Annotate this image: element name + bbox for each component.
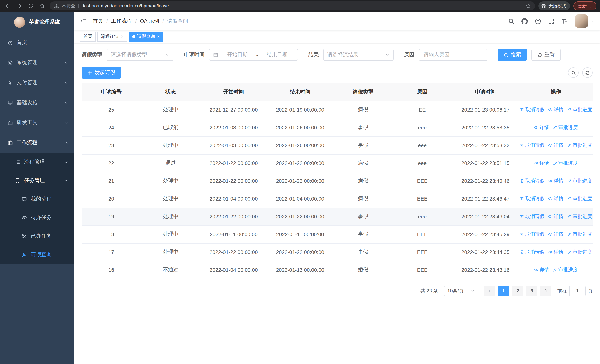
- sidebar-item-infrastructure[interactable]: 基础设施: [0, 93, 74, 113]
- logo-avatar-image: [14, 17, 25, 28]
- sidebar-item-workflow[interactable]: 工作流程: [0, 133, 74, 153]
- cell-reason: eee: [393, 154, 452, 172]
- close-tab-icon[interactable]: [157, 35, 160, 38]
- trash-icon: [520, 143, 524, 148]
- cell-operations: 详情审批进度: [519, 154, 593, 172]
- cell-start-time: 2022-01-22 00:00:00: [200, 208, 267, 225]
- detail-action-link[interactable]: 详情: [534, 160, 549, 167]
- progress-action-link[interactable]: 审批进度: [553, 267, 578, 273]
- cancel-action-link[interactable]: 取消请假: [520, 231, 544, 238]
- close-tab-icon[interactable]: [121, 35, 124, 38]
- detail-action-link[interactable]: 详情: [548, 142, 563, 149]
- reset-button[interactable]: 重置: [531, 49, 561, 61]
- cancel-action-link[interactable]: 取消请假: [520, 106, 544, 113]
- sidebar-item-done-tasks[interactable]: 已办任务: [0, 227, 74, 245]
- breadcrumb-item[interactable]: OA 示例: [140, 18, 159, 24]
- address-bar[interactable]: 不安全 dashboard.yudao.iocoder.cn/bpm/oa/le…: [50, 1, 535, 10]
- detail-action-link[interactable]: 详情: [548, 231, 563, 238]
- page-button-3[interactable]: 3: [526, 286, 537, 296]
- user-menu[interactable]: [575, 14, 594, 28]
- reload-icon: [28, 3, 34, 9]
- detail-action-link[interactable]: 详情: [548, 249, 563, 255]
- apply-time-range-picker[interactable]: 开始日期 - 结束日期: [209, 49, 298, 61]
- yen-icon: [7, 80, 13, 85]
- progress-action-link[interactable]: 审批进度: [567, 249, 592, 255]
- sidebar-item-label: 研发工具: [17, 119, 64, 126]
- sidebar-item-home[interactable]: 首页: [0, 33, 74, 53]
- reason-placeholder: 请输入原因: [424, 52, 450, 58]
- table-row-25: 25处理中2021-12-27 00:00:002022-01-19 00:00…: [82, 101, 593, 119]
- edit-icon: [567, 250, 572, 254]
- browser-update-button[interactable]: 更新: [573, 1, 596, 10]
- sidebar-item-system-management[interactable]: 系统管理: [0, 53, 74, 73]
- browser-reload-button[interactable]: [27, 2, 35, 10]
- progress-action-link[interactable]: 审批进度: [567, 213, 592, 220]
- goto-page-input[interactable]: [569, 286, 586, 296]
- sidebar-item-process-management[interactable]: 流程管理: [0, 153, 74, 171]
- cell-end-time: 2022-01-04 00:00:00: [267, 190, 333, 208]
- browser-back-button[interactable]: [4, 2, 12, 10]
- progress-action-link[interactable]: 审批进度: [567, 195, 592, 202]
- sidebar-item-todo-tasks[interactable]: 待办任务: [0, 208, 74, 227]
- navbar-actions: [508, 14, 594, 28]
- detail-action-link[interactable]: 详情: [548, 177, 563, 184]
- search-button[interactable]: 搜索: [498, 49, 527, 61]
- header-search-button[interactable]: [508, 18, 514, 24]
- detail-action-link[interactable]: 详情: [548, 195, 563, 202]
- leave-type-select[interactable]: 请选择请假类型: [107, 49, 173, 61]
- cell-reason: EEE: [393, 225, 452, 243]
- page-button-2[interactable]: 2: [512, 286, 523, 296]
- sidebar-toggle-button[interactable]: [80, 18, 87, 24]
- github-link[interactable]: [521, 18, 528, 24]
- font-size-button[interactable]: [562, 18, 568, 24]
- bookmark-star-icon[interactable]: [525, 3, 531, 9]
- sidebar-item-payment-management[interactable]: 支付管理: [0, 73, 74, 93]
- prev-page-button[interactable]: [484, 286, 495, 296]
- progress-action-link[interactable]: 审批进度: [553, 160, 578, 167]
- sidebar-item-task-management[interactable]: 任务管理: [0, 171, 74, 190]
- page-size-select[interactable]: 10条/页: [444, 286, 478, 296]
- tab-leave-query[interactable]: 请假查询: [129, 32, 163, 41]
- tab-process-detail[interactable]: 流程详情: [97, 32, 127, 41]
- result-select[interactable]: 请选择流结果: [323, 49, 394, 61]
- detail-action-link[interactable]: 详情: [534, 267, 549, 273]
- fullscreen-button[interactable]: [548, 18, 554, 24]
- next-page-button[interactable]: [540, 286, 552, 296]
- cancel-action-link[interactable]: 取消请假: [520, 213, 544, 220]
- sidebar-item-leave-query[interactable]: 请假查询: [0, 245, 74, 264]
- detail-action-link[interactable]: 详情: [534, 124, 549, 131]
- detail-action-link[interactable]: 详情: [548, 213, 563, 220]
- chevron-up-icon: [64, 178, 68, 183]
- cell-leave-type: 病假: [333, 101, 393, 119]
- edit-icon: [567, 143, 572, 148]
- refresh-table-button[interactable]: [582, 67, 593, 78]
- breadcrumb-item[interactable]: 首页: [93, 18, 103, 24]
- sidebar-item-my-processes[interactable]: 我的流程: [0, 190, 74, 208]
- tab-home[interactable]: 首页: [80, 32, 96, 41]
- eye-icon: [21, 215, 27, 220]
- sidebar-item-dev-tools[interactable]: 研发工具: [0, 113, 74, 133]
- detail-action-link[interactable]: 详情: [548, 106, 563, 113]
- browser-menu-icon[interactable]: [589, 3, 593, 8]
- progress-action-link[interactable]: 审批进度: [567, 177, 592, 184]
- cell-start-time: 2022-01-22 00:00:00: [200, 154, 267, 172]
- cancel-action-link[interactable]: 取消请假: [520, 177, 544, 184]
- goto-suffix: 页: [588, 288, 593, 294]
- progress-action-link[interactable]: 审批进度: [567, 106, 592, 113]
- cancel-action-link[interactable]: 取消请假: [520, 249, 544, 255]
- reason-input[interactable]: 请输入原因: [419, 49, 487, 61]
- breadcrumb-item[interactable]: 工作流程: [111, 18, 132, 24]
- progress-action-link[interactable]: 审批进度: [553, 124, 578, 131]
- progress-action-link[interactable]: 审批进度: [567, 231, 592, 238]
- browser-forward-button[interactable]: [15, 2, 23, 10]
- screen: 不安全 dashboard.yudao.iocoder.cn/bpm/oa/le…: [0, 0, 600, 364]
- toggle-search-button[interactable]: [568, 67, 579, 78]
- cancel-action-link[interactable]: 取消请假: [520, 142, 544, 149]
- create-leave-button[interactable]: 发起请假: [82, 67, 121, 79]
- browser-home-button[interactable]: [38, 2, 46, 10]
- help-button[interactable]: [535, 18, 541, 24]
- page-button-1[interactable]: 1: [498, 286, 509, 296]
- progress-action-link[interactable]: 审批进度: [567, 142, 592, 149]
- cancel-action-link[interactable]: 取消请假: [520, 195, 544, 202]
- app-logo[interactable]: 芋道管理系统: [0, 12, 74, 33]
